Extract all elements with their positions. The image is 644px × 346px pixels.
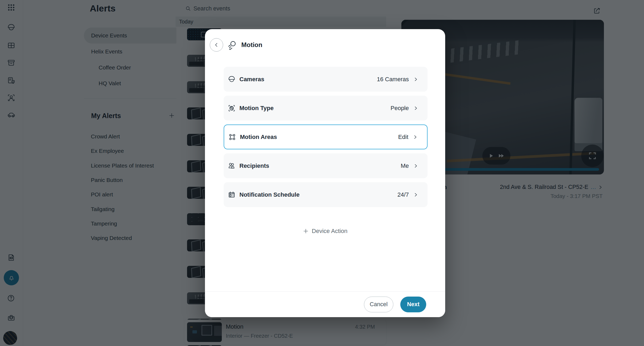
row-label: Cameras [239,76,264,83]
chevron-right-icon [414,164,418,168]
calendar-icon [227,190,236,199]
modal-row-motion-type[interactable]: Motion Type People [224,96,428,120]
row-label: Recipients [239,162,269,169]
chevron-right-icon [414,77,418,81]
chevron-left-icon [214,42,219,48]
app-window: Alerts Device Events Helix Events Coffee… [0,0,644,346]
add-device-action-button[interactable]: Device Action [303,224,347,239]
row-value: Edit [398,134,408,141]
camera-dome-icon [227,75,236,84]
motion-areas-icon [228,133,237,142]
chevron-right-icon [414,193,418,197]
row-label: Motion Areas [240,134,277,141]
modal-row-recipients[interactable]: Recipients Me [224,153,428,178]
modal-header: Motion [210,38,262,52]
modal-row-motion-areas[interactable]: Motion Areas Edit [224,125,428,149]
row-value: People [390,105,409,112]
back-button[interactable] [210,38,223,52]
device-action-label: Device Action [312,228,347,235]
row-value: 24/7 [397,191,409,198]
motion-event-icon [226,40,237,50]
plus-icon [303,228,309,234]
row-value: 16 Cameras [377,76,409,83]
modal-footer: Cancel Next [205,291,445,317]
row-label: Motion Type [239,105,274,112]
row-label: Notification Schedule [239,191,300,198]
row-value: Me [401,162,409,169]
chevron-right-icon [414,106,418,110]
modal-row-notification-schedule[interactable]: Notification Schedule 24/7 [224,182,428,207]
cancel-button[interactable]: Cancel [364,297,393,312]
modal-row-cameras[interactable]: Cameras 16 Cameras [224,67,428,92]
motion-type-icon [227,104,236,113]
motion-alert-modal: Motion Cameras 16 Cameras Motion Type Pe… [205,29,445,317]
chevron-right-icon [413,135,417,139]
recipients-icon [227,161,236,170]
next-button[interactable]: Next [400,297,426,312]
modal-title: Motion [241,41,262,49]
